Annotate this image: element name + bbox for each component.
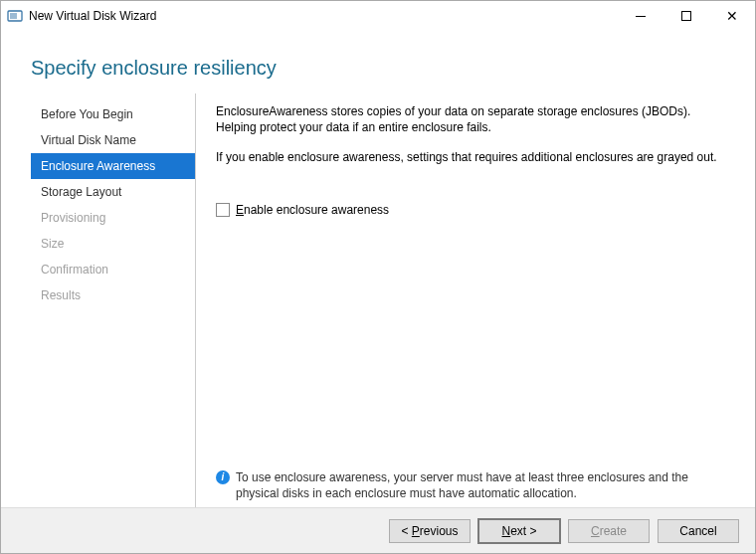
cancel-button[interactable]: Cancel	[658, 519, 739, 543]
close-icon: ✕	[726, 9, 738, 23]
create-button: Create	[568, 519, 650, 543]
wizard-window: New Virtual Disk Wizard ✕ Specify enclos…	[0, 0, 756, 554]
wizard-body: Before You Begin Virtual Disk Name Enclo…	[1, 93, 755, 507]
info-text: To use enclosure awareness, your server …	[236, 469, 725, 501]
previous-button[interactable]: < Previous	[389, 519, 471, 543]
sidebar-item-storage-layout[interactable]: Storage Layout	[31, 179, 195, 205]
sidebar-item-virtual-disk-name[interactable]: Virtual Disk Name	[31, 127, 195, 153]
page-title: Specify enclosure resiliency	[31, 57, 755, 80]
checkbox-icon	[216, 203, 230, 217]
sidebar-item-provisioning: Provisioning	[31, 205, 195, 231]
sidebar-item-size: Size	[31, 231, 195, 257]
maximize-button[interactable]	[663, 1, 709, 31]
description-paragraph-2: If you enable enclosure awareness, setti…	[216, 149, 725, 165]
step-list: Before You Begin Virtual Disk Name Enclo…	[31, 93, 196, 507]
sidebar-item-enclosure-awareness[interactable]: Enclosure Awareness	[31, 153, 195, 179]
close-button[interactable]: ✕	[709, 1, 755, 31]
sidebar-item-before-you-begin[interactable]: Before You Begin	[31, 101, 195, 127]
info-note: i To use enclosure awareness, your serve…	[216, 469, 725, 501]
maximize-icon	[681, 11, 691, 21]
checkbox-label: Enable enclosure awareness	[236, 203, 389, 217]
titlebar-left: New Virtual Disk Wizard	[7, 8, 156, 24]
next-button[interactable]: Next >	[478, 519, 560, 543]
minimize-icon	[636, 16, 646, 17]
window-title: New Virtual Disk Wizard	[29, 9, 156, 23]
titlebar: New Virtual Disk Wizard ✕	[1, 1, 755, 31]
info-icon: i	[216, 470, 230, 484]
sidebar-item-confirmation: Confirmation	[31, 257, 195, 282]
enable-enclosure-awareness-checkbox[interactable]: Enable enclosure awareness	[216, 203, 725, 217]
sidebar-item-results: Results	[31, 282, 195, 308]
description-paragraph-1: EnclosureAwareness stores copies of your…	[216, 103, 725, 135]
titlebar-controls: ✕	[618, 1, 755, 31]
app-icon	[7, 8, 23, 24]
content-pane: EnclosureAwareness stores copies of your…	[196, 93, 725, 507]
wizard-footer: < Previous Next > Create Cancel	[1, 507, 755, 553]
wizard-header: Specify enclosure resiliency	[1, 31, 755, 93]
minimize-button[interactable]	[618, 1, 663, 31]
